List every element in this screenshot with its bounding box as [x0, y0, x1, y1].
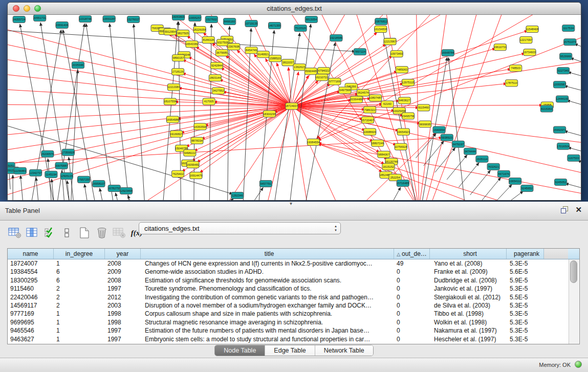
- network-window-titlebar[interactable]: citations_edges.txt: [8, 3, 581, 15]
- table-row[interactable]: 1456911722003Disruption of a novel membe…: [8, 301, 579, 310]
- network-node[interactable]: 8878334: [191, 137, 203, 144]
- network-node[interactable]: 12093587: [553, 81, 566, 88]
- network-node[interactable]: 9884067: [378, 151, 390, 158]
- network-node[interactable]: 5912954: [164, 29, 176, 35]
- network-node[interactable]: 748503: [510, 65, 522, 72]
- table-row[interactable]: 969969511998Structural magnetic resonanc…: [8, 318, 579, 326]
- network-node[interactable]: 15751074: [563, 39, 576, 46]
- network-node[interactable]: 6497568: [339, 87, 351, 94]
- table-settings-button[interactable]: [7, 226, 23, 240]
- network-node[interactable]: 18300295: [263, 111, 276, 117]
- table-row[interactable]: 1872400712008Changes of HCN gene express…: [8, 259, 579, 268]
- network-node[interactable]: 16099482: [186, 161, 199, 168]
- network-node[interactable]: 1167533: [568, 155, 580, 161]
- network-node[interactable]: 16210722: [315, 74, 328, 81]
- network-node[interactable]: 1527602: [205, 16, 217, 23]
- network-node[interactable]: 9457791: [259, 180, 272, 187]
- network-node[interactable]: 12342737: [29, 169, 42, 176]
- network-node[interactable]: 12975115: [402, 79, 415, 86]
- network-node[interactable]: 12505135: [60, 172, 73, 179]
- network-canvas[interactable]: 2405572420551731206914062231874610553287…: [8, 15, 581, 200]
- network-node[interactable]: 10973493: [390, 51, 403, 57]
- network-node[interactable]: 9827505: [177, 30, 189, 37]
- network-node[interactable]: 10654112: [509, 178, 521, 184]
- network-node[interactable]: 2803144: [209, 75, 221, 81]
- delete-table-button[interactable]: [112, 226, 127, 240]
- select-all-button[interactable]: [42, 226, 57, 240]
- network-node[interactable]: 10655257: [188, 15, 201, 21]
- network-node[interactable]: 16782759: [108, 185, 121, 191]
- network-node[interactable]: 15716485: [397, 180, 409, 186]
- network-node[interactable]: 1292346: [231, 192, 244, 199]
- network-node[interactable]: 9498222: [184, 149, 196, 156]
- network-node[interactable]: 15495756: [402, 113, 415, 119]
- network-node[interactable]: 3675685: [215, 50, 228, 56]
- network-node[interactable]: 7986322: [363, 106, 376, 113]
- network-node[interactable]: 2718126: [171, 69, 184, 75]
- network-node[interactable]: 9463627: [398, 97, 410, 104]
- network-node[interactable]: 5938923: [441, 134, 453, 141]
- column-header-in_degree[interactable]: in_degree: [54, 249, 105, 259]
- network-node[interactable]: 12923468: [120, 187, 133, 194]
- network-node[interactable]: 9115460: [418, 104, 430, 111]
- network-node[interactable]: 9146821: [257, 51, 269, 58]
- table-vertical-scrollbar[interactable]: [569, 259, 579, 344]
- network-node[interactable]: 8215353: [540, 105, 553, 112]
- network-node[interactable]: 19654923: [397, 128, 410, 135]
- table-row[interactable]: 1830029562008Estimation of significance …: [8, 276, 579, 285]
- network-hub-node[interactable]: 18724007: [285, 103, 298, 110]
- splitter-handle-icon[interactable]: ▾: [290, 201, 292, 206]
- network-node[interactable]: 26206576: [41, 150, 54, 157]
- network-node[interactable]: 12213967: [383, 38, 396, 45]
- network-node[interactable]: 9327508: [216, 39, 229, 46]
- network-node[interactable]: 8466160: [224, 18, 236, 25]
- network-node[interactable]: 1362615: [293, 64, 306, 71]
- network-node[interactable]: 8990448: [304, 68, 317, 75]
- network-node[interactable]: 15276027: [127, 16, 140, 23]
- network-node[interactable]: 18807249: [371, 140, 384, 146]
- network-node[interactable]: 19734933: [523, 49, 536, 56]
- network-node[interactable]: 1640954: [433, 126, 445, 133]
- network-node[interactable]: 8186328: [202, 37, 214, 43]
- network-node[interactable]: 1787510: [505, 80, 517, 86]
- network-node[interactable]: 2035346: [72, 62, 84, 69]
- network-node[interactable]: 417005: [203, 98, 215, 105]
- network-node[interactable]: 3427552: [212, 87, 224, 94]
- network-node[interactable]: 16648784: [442, 50, 454, 56]
- network-node[interactable]: 16154838: [374, 26, 387, 33]
- network-node[interactable]: 2367608: [228, 43, 240, 50]
- delete-rows-button[interactable]: [94, 226, 110, 240]
- tab-edge-table[interactable]: Edge Table: [265, 345, 315, 356]
- close-panel-icon[interactable]: ✕: [575, 206, 582, 213]
- network-node[interactable]: 10807487: [369, 95, 382, 101]
- network-node[interactable]: 7485063: [396, 67, 408, 73]
- network-node[interactable]: 17359928: [62, 149, 75, 156]
- network-node[interactable]: 1145194: [45, 171, 57, 178]
- network-node[interactable]: 18107554: [164, 98, 177, 105]
- new-document-button[interactable]: [77, 226, 92, 240]
- network-node[interactable]: 20876812: [375, 18, 387, 25]
- column-header-short[interactable]: short: [430, 249, 507, 259]
- network-node[interactable]: 1588520: [269, 55, 281, 62]
- network-node[interactable]: 10719135: [245, 20, 258, 27]
- network-node[interactable]: 12213383: [167, 84, 180, 91]
- network-node[interactable]: 14671355: [268, 23, 281, 29]
- network-node[interactable]: 19610731: [494, 44, 507, 51]
- table-row[interactable]: 2242004622012Investigating the contribut…: [8, 293, 579, 301]
- network-node[interactable]: 16543382: [185, 41, 198, 48]
- network-node[interactable]: 9227349: [557, 68, 570, 74]
- network-node[interactable]: 7625402: [171, 170, 184, 177]
- network-node[interactable]: 9245652: [521, 185, 533, 191]
- network-node[interactable]: 8813054: [305, 16, 317, 23]
- network-node[interactable]: 9529966: [560, 53, 572, 60]
- network-node[interactable]: 1615152: [382, 163, 395, 170]
- network-node[interactable]: 12217097: [519, 37, 532, 43]
- network-node[interactable]: 30975887: [55, 162, 68, 169]
- network-node[interactable]: 9242844: [210, 62, 223, 69]
- network-node[interactable]: 9699695: [419, 121, 431, 127]
- network-node[interactable]: 7632621: [487, 163, 499, 170]
- network-node[interactable]: 19218586: [330, 35, 342, 41]
- network-node[interactable]: 8454749: [245, 47, 257, 54]
- network-node[interactable]: 3624574: [357, 90, 369, 96]
- column-header-out_de[interactable]: △out_de…: [394, 249, 430, 259]
